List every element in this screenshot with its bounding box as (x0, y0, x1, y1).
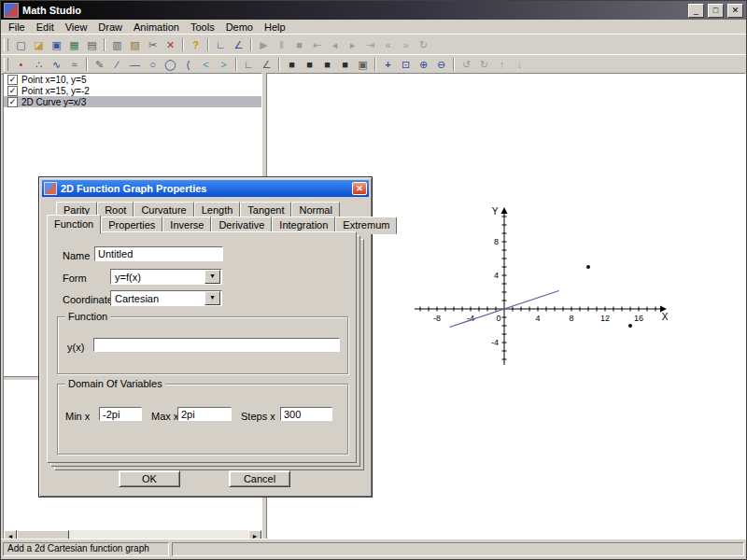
max-x-input[interactable] (177, 407, 232, 421)
step-last-icon[interactable]: ⇥ (361, 37, 379, 53)
step-first-icon[interactable]: ⇤ (308, 37, 326, 53)
menu-item-edit[interactable]: Edit (31, 21, 60, 34)
segment-icon[interactable]: — (126, 57, 144, 73)
step-forward-icon[interactable]: ▸ (344, 37, 361, 53)
yx-label: y(x) (67, 342, 84, 353)
font-style-icon[interactable]: ■ (336, 57, 354, 73)
axes-curve-icon[interactable]: ∠ (258, 57, 275, 73)
coordinate-dropdown[interactable]: Cartesian ▼ (110, 290, 222, 306)
coordinate-label: Coordinate (63, 294, 113, 305)
yx-input[interactable] (93, 338, 340, 352)
pen-style-icon[interactable]: ■ (301, 57, 318, 73)
data-point (586, 265, 590, 269)
rotate-left-icon[interactable]: ↺ (458, 57, 475, 73)
checkbox-checked-icon[interactable]: ✓ (7, 86, 18, 96)
toolbar-grip (4, 38, 8, 51)
x-tick-label: 12 (600, 314, 610, 323)
point-icon[interactable]: • (12, 57, 30, 73)
menu-item-view[interactable]: View (60, 21, 93, 34)
ellipse-icon[interactable]: ◯ (162, 57, 179, 73)
circle-icon[interactable]: ○ (144, 57, 162, 73)
curve-fit-icon[interactable]: ≈ (65, 57, 83, 73)
loop-icon[interactable]: ↻ (415, 37, 432, 53)
help-icon[interactable]: ? (187, 37, 204, 53)
menu-item-help[interactable]: Help (259, 21, 291, 34)
y-tick-label: 8 (494, 237, 499, 246)
angle-close-icon[interactable]: > (215, 57, 233, 73)
min-x-input[interactable] (99, 407, 142, 421)
tab-function[interactable]: Function (47, 215, 101, 234)
save-icon[interactable]: ▣ (48, 37, 65, 53)
menu-item-file[interactable]: File (3, 21, 31, 34)
chevron-down-icon[interactable]: ▼ (204, 291, 220, 305)
app-icon (4, 3, 19, 18)
play-icon[interactable]: ▶ (255, 37, 273, 53)
menu-item-tools[interactable]: Tools (185, 21, 220, 34)
tab-page-function: Name Form y=f(x) ▼ Coordinate Cartesian … (47, 231, 357, 463)
polyline-icon[interactable]: ∿ (48, 57, 65, 73)
move-up-icon[interactable]: ↑ (493, 57, 511, 73)
checkbox-checked-icon[interactable]: ✓ (7, 97, 18, 107)
open-icon[interactable]: ◪ (30, 37, 48, 53)
status-message: Add a 2d Cartesian function graph (3, 542, 169, 556)
object-list-item[interactable]: ✓Point x=10, y=5 (4, 74, 261, 85)
close-button[interactable]: ✕ (727, 4, 743, 18)
dialog-title: 2D Function Graph Properties (61, 183, 348, 194)
window-titlebar[interactable]: Math Studio _ □ ✕ (1, 1, 746, 20)
y-tick-label: 4 (494, 271, 499, 280)
dialog-close-icon[interactable]: ✕ (352, 182, 367, 195)
frame-icon[interactable]: ▣ (354, 57, 372, 73)
cancel-button[interactable]: Cancel (229, 470, 290, 487)
name-input[interactable] (94, 246, 223, 261)
brush-style-icon[interactable]: ■ (283, 57, 301, 73)
chevron-down-icon[interactable]: ▼ (204, 270, 220, 284)
move-down-icon[interactable]: ↓ (511, 57, 529, 73)
object-list-item[interactable]: ✓Point x=15, y=-2 (4, 85, 261, 96)
data-point (628, 324, 632, 328)
arc-icon[interactable]: ( (179, 57, 197, 73)
print-icon[interactable]: ▤ (83, 37, 101, 53)
fast-forward-icon[interactable]: » (397, 37, 415, 53)
dialog-titlebar[interactable]: 2D Function Graph Properties ✕ (42, 180, 369, 197)
stop-icon[interactable]: ■ (290, 37, 308, 53)
rewind-icon[interactable]: « (379, 37, 397, 53)
menu-item-demo[interactable]: Demo (220, 21, 259, 34)
toolbar-separator (374, 58, 376, 71)
ok-button[interactable]: OK (119, 470, 180, 487)
axes-2d-icon[interactable]: ∟ (240, 57, 258, 73)
minimize-button[interactable]: _ (688, 4, 704, 18)
copy-icon[interactable]: ▥ (108, 37, 126, 53)
point-set-icon[interactable]: ∴ (30, 57, 48, 73)
step-back-icon[interactable]: ◂ (326, 37, 344, 53)
paste-icon[interactable]: ▨ (126, 37, 144, 53)
toolbar-draw: •∴∿≈✎∕—○◯(<>∟∠■■■■▣+⊡⊕⊖↺↻↑↓ (1, 54, 746, 75)
pencil-icon[interactable]: ✎ (91, 57, 108, 73)
object-list-item[interactable]: ✓2D Curve y=x/3 (4, 96, 261, 107)
pause-icon[interactable]: ‖ (273, 37, 290, 53)
steps-x-input[interactable] (280, 407, 332, 421)
plot-2d-icon[interactable]: ∟ (212, 37, 230, 53)
checkbox-checked-icon[interactable]: ✓ (7, 75, 18, 85)
zoom-out-icon[interactable]: ⊖ (432, 57, 450, 73)
line-icon[interactable]: ∕ (108, 57, 126, 73)
new-icon[interactable]: ▢ (12, 37, 30, 53)
export-chart-icon[interactable]: ▦ (65, 37, 83, 53)
fill-style-icon[interactable]: ■ (318, 57, 336, 73)
domain-group-legend: Domain Of Variables (65, 378, 165, 389)
y-tick-label: -4 (491, 338, 499, 347)
maximize-button[interactable]: □ (708, 4, 724, 18)
menu-bar: FileEditViewDrawAnimationToolsDemoHelp (1, 20, 746, 34)
zoom-in-icon[interactable]: ⊕ (415, 57, 432, 73)
menu-item-animation[interactable]: Animation (128, 21, 185, 34)
menu-item-draw[interactable]: Draw (92, 21, 128, 34)
delete-icon[interactable]: ✕ (162, 37, 179, 53)
form-dropdown[interactable]: y=f(x) ▼ (110, 269, 222, 285)
cut-icon[interactable]: ✂ (144, 37, 162, 53)
window-title: Math Studio (22, 5, 684, 16)
rotate-right-icon[interactable]: ↻ (475, 57, 493, 73)
angle-open-icon[interactable]: < (197, 57, 215, 73)
plot-parametric-icon[interactable]: ∠ (230, 37, 247, 53)
move-icon[interactable]: + (379, 57, 397, 73)
x-tick-label: 4 (535, 314, 540, 323)
zoom-window-icon[interactable]: ⊡ (397, 57, 415, 73)
